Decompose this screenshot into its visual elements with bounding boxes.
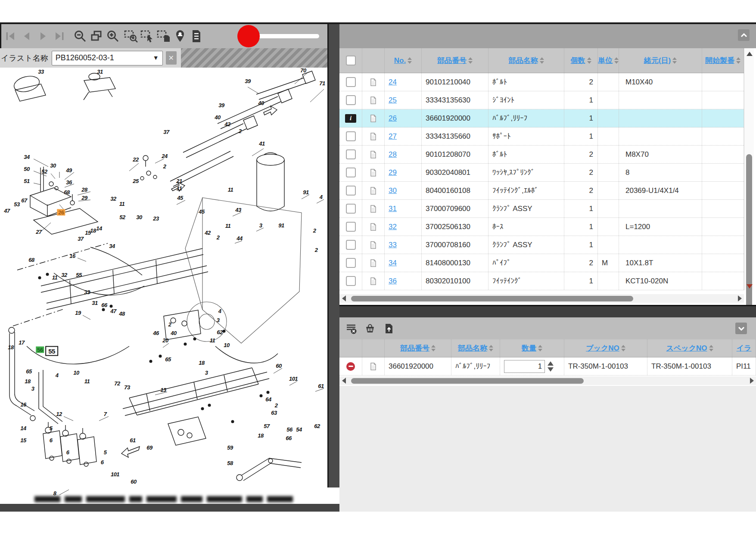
row-document-cell[interactable] [362,236,385,254]
row-no-cell: 28 [385,146,422,163]
illustration-name-select[interactable]: PB1260052-03-1 ▼ [52,51,163,65]
header-illust[interactable]: イラ [732,339,756,357]
zoom-area-icon[interactable] [124,29,138,43]
header-no[interactable]: No. [385,48,422,73]
row-checkbox[interactable] [346,149,356,159]
illustration-canvas[interactable]: 3331707139394037404224134505230495136222… [0,68,327,504]
row-checkbox[interactable] [346,168,356,177]
part-no-link[interactable]: 26 [389,114,397,123]
row-document-cell[interactable] [362,182,385,199]
row-checkbox[interactable] [346,240,356,250]
row-document-cell[interactable] [362,357,385,375]
parts-table-hscrollbar[interactable] [339,294,744,303]
chevron-down-icon [738,326,745,331]
row-document-cell[interactable] [362,218,385,236]
row-document-cell[interactable] [362,254,385,272]
row-part-number-cell: 80302010100 [422,272,488,290]
part-no-link[interactable]: 34 [389,259,397,267]
part-no-link[interactable]: 24 [389,78,397,87]
zoom-out-icon[interactable] [73,29,87,43]
part-no-link[interactable]: 32 [389,223,397,231]
row-document-cell[interactable] [362,164,385,181]
row-checkbox[interactable] [346,258,356,268]
header-part-name[interactable]: 部品名称 [451,339,500,357]
export-document-icon[interactable] [382,321,396,336]
next-page-icon[interactable] [36,29,50,43]
collapse-down-button[interactable] [735,323,747,334]
part-no-link[interactable]: 28 [389,150,397,159]
close-button[interactable]: ✕ [166,51,177,65]
stepper-down-icon[interactable] [548,367,554,372]
sort-icon [408,57,412,64]
part-no-link[interactable]: 30 [389,186,397,195]
sort-icon [489,345,493,351]
header-qty[interactable]: 数量 [500,339,564,357]
header-book-no[interactable]: ブックNO [564,339,647,357]
header-unit[interactable]: 単位 [598,48,619,73]
part-no-link[interactable]: 33 [389,241,397,249]
scroll-left-icon[interactable] [342,378,346,384]
part-no-link[interactable]: 27 [389,132,397,141]
row-checkbox[interactable] [346,77,356,87]
collapse-up-button[interactable] [738,29,750,41]
basket-icon[interactable] [363,321,377,336]
illustration-panel: 3331707139394037404224134505230495136222… [0,24,327,512]
hscroll-thumb[interactable] [351,296,633,301]
panel-divider[interactable] [327,24,339,487]
hscroll-thumb[interactable] [351,378,584,384]
select-area-icon[interactable] [140,29,155,43]
selection-table-hscrollbar[interactable] [339,376,756,385]
row-checkbox[interactable] [346,204,356,214]
stepper-up-icon[interactable] [548,361,554,366]
row-checkbox[interactable] [346,276,356,286]
select-all-checkbox[interactable] [346,56,356,65]
scroll-left-icon[interactable] [342,295,346,301]
previous-page-icon[interactable] [19,29,34,43]
header-part-name[interactable]: 部品名称 [488,48,564,73]
part-no-link[interactable]: 36 [389,277,397,286]
row-document-cell[interactable] [362,272,385,290]
row-document-cell[interactable] [362,73,385,91]
header-serial[interactable]: 開始製番 [702,48,744,73]
row-checkbox[interactable] [346,95,356,105]
header-part-no[interactable]: 部品番号 [385,339,451,357]
copy-area-icon[interactable] [156,29,171,43]
row-document-cell[interactable] [362,146,385,163]
info-icon[interactable]: i [345,114,356,123]
scroll-down-icon[interactable] [747,284,753,289]
remove-icon[interactable] [346,362,355,371]
row-document-cell[interactable] [362,109,385,127]
row-checkbox[interactable] [346,131,356,141]
zoom-slider-thumb[interactable] [237,25,260,47]
header-spec-no[interactable]: スペックNO [647,339,732,357]
last-page-icon[interactable] [52,29,67,43]
part-no-link[interactable]: 25 [389,96,397,105]
part-no-link[interactable]: 29 [389,168,397,177]
row-spec-cell: 10X1.8T [619,254,702,272]
quantity-input[interactable]: 1 [504,360,545,373]
document-icon [370,115,376,122]
scroll-right-icon[interactable] [750,378,754,384]
pin-location-icon[interactable] [173,29,187,43]
parts-table-vscrollbar[interactable] [744,48,754,290]
scroll-up-icon[interactable] [747,52,753,56]
fit-window-icon[interactable] [89,29,104,43]
first-page-icon[interactable] [3,29,18,43]
row-part-number-cell: 37000709600 [422,200,488,217]
header-qty[interactable]: 個数 [564,48,598,73]
row-document-cell[interactable] [362,127,385,145]
row-checkbox[interactable] [346,186,356,196]
selection-table-header: 部品番号 部品名称 数量 ブックNO スペックNO イラ [339,339,756,357]
highlighted-part-label[interactable]: 26 [57,209,65,216]
section-divider[interactable] [339,305,756,317]
clear-list-icon[interactable] [344,321,358,336]
row-document-cell[interactable] [362,200,385,217]
header-part-no[interactable]: 部品番号 [422,48,488,73]
part-no-link[interactable]: 31 [389,205,397,213]
header-spec[interactable]: 緒元(日) [619,48,702,73]
row-checkbox[interactable] [346,222,356,232]
zoom-in-icon[interactable] [106,29,120,43]
row-document-cell[interactable] [362,91,385,109]
parts-document-icon[interactable] [189,29,204,43]
scroll-right-icon[interactable] [738,295,742,301]
